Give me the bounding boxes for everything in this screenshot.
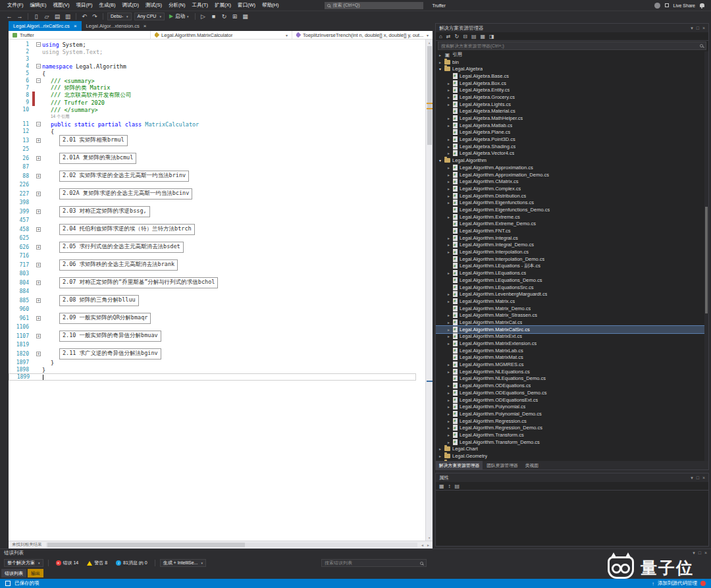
error-list-search[interactable]: 搜索错误列表 xyxy=(321,559,427,567)
fold-toggle[interactable]: + xyxy=(36,192,41,196)
fold-toggle[interactable]: + xyxy=(36,263,41,267)
tree-item[interactable]: ▸Legal.Algorithm.Eigenfunctions.cs xyxy=(436,199,708,206)
fold-expand-icon[interactable]: + xyxy=(35,316,42,321)
scrollbar-thumb[interactable] xyxy=(705,207,708,313)
expander-closed-icon[interactable]: ▸ xyxy=(446,390,451,395)
expander-closed-icon[interactable]: ▸ xyxy=(446,362,451,367)
expander-closed-icon[interactable]: ▸ xyxy=(446,151,451,155)
code-line-457[interactable]: 457 xyxy=(9,217,425,224)
tree-item[interactable]: ▸Legal.Chart xyxy=(436,446,708,453)
code-line-26[interactable]: 26+2.01A 复矩阵的乘法bcmul xyxy=(9,153,425,163)
menu-item-11[interactable]: 帮助(H) xyxy=(259,1,282,9)
fold-expand-icon[interactable]: + xyxy=(35,298,42,303)
expander-closed-icon[interactable]: ▸ xyxy=(446,299,451,304)
tree-item[interactable]: ▸Legal.Algorithm.Integral.cs xyxy=(436,234,708,242)
tree-item[interactable]: ▸Legal.Algorithm.CMatrix.cs xyxy=(436,178,708,185)
code-line-25[interactable]: 25 xyxy=(9,146,425,153)
tree-item[interactable]: Legal.Algebra.Material.cs xyxy=(436,108,708,115)
expander-closed-icon[interactable]: ▸ xyxy=(446,292,451,296)
code-line-717[interactable]: 717+2.06 求矩阵秩的全选主元高斯消去法brank xyxy=(9,259,425,270)
properties-icon[interactable]: ▤ xyxy=(471,34,477,40)
code-line-885[interactable]: 885+2.08 矩阵的三角分解blluu xyxy=(9,295,425,306)
fold-toggle[interactable]: + xyxy=(36,281,41,285)
fold-expand-icon[interactable]: + xyxy=(35,192,42,196)
menu-item-2[interactable]: 视图(V) xyxy=(50,1,73,9)
expander-closed-icon[interactable]: ▸ xyxy=(446,425,451,430)
collapsed-region-box[interactable]: 2.09 一般实矩阵的QR分解bmaqr xyxy=(59,313,151,324)
fold-toggle[interactable]: + xyxy=(36,209,41,214)
menu-item-10[interactable]: 窗口(W) xyxy=(234,1,259,9)
fold-expand-icon[interactable]: + xyxy=(35,209,42,214)
code-line-1106[interactable]: 1106 xyxy=(9,323,425,331)
code-line-226[interactable]: 226 xyxy=(9,181,425,188)
code-editor[interactable]: 1−using System;2using System.Text;34−nam… xyxy=(9,40,433,541)
editor-vertical-scrollbar[interactable]: ▴ ▾ xyxy=(425,40,433,541)
expander-closed-icon[interactable]: ▸ xyxy=(446,123,451,128)
collapsed-region-box[interactable]: 2.07 对称正定矩阵的“乔里斯基”分解与行列式的求值bchol xyxy=(59,277,218,288)
tree-item[interactable]: Legal.Algorithm.LEquationsSrc.cs xyxy=(436,284,708,291)
tree-item[interactable]: ▸Legal.Algorithm.ODEquations_Demo.cs xyxy=(436,389,708,396)
expander-closed-icon[interactable]: ▸ xyxy=(446,398,451,402)
tree-item[interactable]: ▸Legal.Algorithm.LevenbergMarguardt.cs xyxy=(436,290,708,298)
fold-toggle[interactable]: + xyxy=(36,245,41,250)
code-line-716[interactable]: 716 xyxy=(9,252,425,259)
fold-expand-icon[interactable]: + xyxy=(35,174,42,178)
collapsed-region-box[interactable]: 2.08 矩阵的三角分解blluu xyxy=(59,295,139,306)
window-position-icon[interactable]: ▾ xyxy=(691,475,693,481)
panel-tab-0[interactable]: 解决方案资源管理器 xyxy=(436,461,483,469)
expander-closed-icon[interactable]: ▸ xyxy=(446,186,451,191)
expander-closed-icon[interactable]: ▸ xyxy=(446,102,451,107)
fold-toggle[interactable]: + xyxy=(36,227,41,232)
menu-item-5[interactable]: 调试(D) xyxy=(119,1,142,9)
tree-item[interactable]: ▸Legal.Algebra.Matlab.cs xyxy=(436,122,708,129)
expander-closed-icon[interactable]: ▸ xyxy=(446,137,451,142)
property-pages-icon[interactable]: ▤ xyxy=(455,483,460,489)
expander-open-icon[interactable]: ▾ xyxy=(438,158,442,163)
expander-closed-icon[interactable]: ▸ xyxy=(446,194,451,198)
expander-closed-icon[interactable]: ▸ xyxy=(446,320,451,325)
fold-toggle[interactable]: + xyxy=(36,138,41,143)
platform-dropdown[interactable]: Any CPU▾ xyxy=(134,13,165,20)
code-line-1897[interactable]: 1897} xyxy=(9,359,425,366)
tree-item[interactable]: ▸Legal.Algebra.Point3D.cs xyxy=(436,136,708,143)
expander-closed-icon[interactable]: ▸ xyxy=(446,144,451,149)
tree-item[interactable]: ▸Legal.Algebra.Entity.cs xyxy=(436,86,708,94)
expander-closed-icon[interactable]: ▸ xyxy=(446,200,451,205)
tree-item[interactable]: Legal.Algorithm.Interpolation_Demo.cs xyxy=(436,255,708,263)
expander-closed-icon[interactable]: ▸ xyxy=(446,116,451,120)
expander-open-icon[interactable]: ▾ xyxy=(438,67,442,71)
collapsed-region-box[interactable]: 2.02A 复矩阵求逆的全选主元高斯一约当法bcinv xyxy=(59,188,192,200)
warnings-filter-button[interactable]: 警告 8 xyxy=(84,559,110,567)
expander-closed-icon[interactable]: ▸ xyxy=(438,60,442,65)
project-dropdown[interactable]: Truffer xyxy=(9,31,150,39)
collapsed-region-box[interactable]: 2.03 对称正定矩阵的求逆bssg, xyxy=(59,206,150,217)
code-line-961[interactable]: 961+2.09 一般实矩阵的QR分解bmaqr xyxy=(9,313,425,323)
collapsed-region-box[interactable]: 2.01 实矩阵相乘brmul xyxy=(59,135,128,146)
redo-icon[interactable]: ↷ xyxy=(91,13,99,20)
expander-closed-icon[interactable]: ▸ xyxy=(446,88,451,92)
expander-closed-icon[interactable]: ▸ xyxy=(446,341,451,346)
panel-tab-2[interactable]: 类视图 xyxy=(522,461,542,469)
tree-item[interactable]: ▸Legal.Algorithm.Matrix_Strassen.cs xyxy=(436,311,708,319)
tree-item[interactable]: Legal.Algorithm.MatrixMat.cs xyxy=(436,354,708,361)
fold-expand-icon[interactable]: + xyxy=(35,156,42,161)
tree-item[interactable]: ▸Legal.Algorithm.Regression_Demo.cs xyxy=(436,424,708,431)
source-control-button[interactable]: 添加到源代码管理 xyxy=(658,580,697,587)
expander-closed-icon[interactable]: ▸ xyxy=(446,271,451,275)
expander-closed-icon[interactable]: ▸ xyxy=(446,440,451,444)
categorized-icon[interactable]: ▦ xyxy=(439,483,444,489)
tree-item[interactable]: ▸Legal.Algorithm.Approximation.cs xyxy=(436,164,708,171)
scrollbar-thumb[interactable] xyxy=(427,46,432,145)
errors-filter-button[interactable]: × 错误 14 xyxy=(53,559,82,567)
code-line-399[interactable]: 399+2.03 对称正定矩阵的求逆bssg, xyxy=(9,206,425,217)
code-line-626[interactable]: 626+2.05 求行列式值的全选主元高斯消去法bsdet xyxy=(9,242,425,252)
code-line-1820[interactable]: 1820+2.11 求广义逆的奇异值分解法bginv xyxy=(9,348,425,359)
code-line-625[interactable]: 625 xyxy=(9,234,425,242)
tree-item[interactable]: Legal.Algorithm.LEquations_Demo.cs xyxy=(436,277,708,284)
code-line-960[interactable]: 960 xyxy=(9,306,425,313)
member-dropdown[interactable]: ToeplitzInverseTrench(int n, double[] x,… xyxy=(292,31,433,39)
tree-item[interactable]: ▸Legal.Geometry xyxy=(436,452,708,460)
tree-item[interactable]: Legal.Algebra.Base.cs xyxy=(436,72,708,80)
tree-item[interactable]: ▸Legal.Algorithm.NLEquations.cs xyxy=(436,368,708,375)
window-position-icon[interactable]: ▾ xyxy=(691,26,693,31)
